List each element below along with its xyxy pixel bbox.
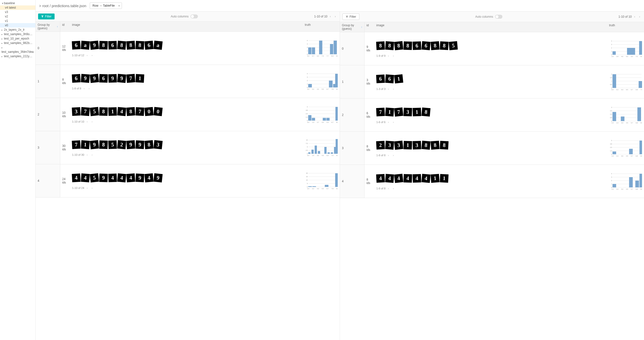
digit-thumbnail[interactable]: 7 (376, 108, 385, 116)
digit-thumbnail[interactable]: 4 (412, 174, 421, 183)
prev-page-icon[interactable]: ‹ (85, 120, 89, 124)
digit-thumbnail[interactable]: 7 (81, 107, 90, 116)
digit-thumbnail[interactable]: 4 (394, 174, 403, 183)
digit-thumbnail[interactable]: 8 (99, 41, 108, 49)
digit-thumbnail[interactable]: 4 (126, 173, 135, 182)
next-page-icon[interactable]: › (87, 86, 91, 90)
tree-item[interactable]: ▸test_samples_982bhhip (0, 41, 36, 45)
prev-page-icon[interactable]: ‹ (328, 14, 332, 18)
digit-thumbnail[interactable]: 9 (90, 140, 99, 149)
digit-thumbnail[interactable]: 3 (403, 108, 412, 116)
digit-thumbnail[interactable]: 6 (108, 41, 117, 49)
digit-thumbnail[interactable]: 9 (99, 173, 108, 182)
col-header-truth[interactable]: truth (607, 22, 644, 32)
next-page-icon[interactable]: › (90, 186, 94, 190)
digit-thumbnail[interactable]: 8 (99, 107, 108, 116)
digit-thumbnail[interactable]: 1 (431, 174, 440, 183)
tree-item[interactable]: ▸test_samples_3h9o3dsk (0, 32, 36, 36)
digit-thumbnail[interactable]: a (81, 41, 90, 50)
digit-thumbnail[interactable]: 2 (117, 140, 126, 149)
digit-thumbnail[interactable]: 5 (449, 41, 458, 50)
digit-thumbnail[interactable]: 0 (144, 107, 154, 116)
toggle-switch[interactable] (495, 15, 502, 19)
digit-thumbnail[interactable]: 1 (108, 107, 117, 116)
digit-thumbnail[interactable]: 9 (136, 173, 144, 182)
filter-button[interactable]: Filter (342, 13, 359, 20)
prev-page-icon[interactable]: ‹ (386, 153, 390, 157)
tree-item[interactable]: ▸test_samples_222yogf6 (0, 54, 36, 58)
digit-thumbnail[interactable]: 0 (154, 107, 162, 116)
tree-item[interactable]: v1 (0, 19, 36, 23)
row-type-selector[interactable]: Row → TableFile (90, 2, 122, 9)
tree-item[interactable]: ▸ (0, 45, 36, 50)
prev-page-icon[interactable]: ‹ (386, 186, 390, 190)
next-page-icon[interactable]: › (391, 87, 395, 91)
prev-page-icon[interactable]: ‹ (85, 153, 89, 157)
col-header-image[interactable]: image (70, 22, 303, 31)
tree-item[interactable]: test_samples_3fdm7dea (0, 50, 36, 54)
digit-thumbnail[interactable]: 8 (440, 141, 448, 150)
digit-thumbnail[interactable]: 4 (376, 174, 385, 183)
next-page-icon[interactable]: › (391, 54, 395, 58)
digit-thumbnail[interactable]: 7 (394, 107, 403, 116)
digit-thumbnail[interactable]: 9 (117, 74, 126, 83)
digit-thumbnail[interactable]: 5 (108, 140, 117, 149)
digit-thumbnail[interactable]: 8 (431, 141, 440, 150)
tree-item[interactable]: v2 (0, 14, 36, 19)
digit-thumbnail[interactable]: 1 (394, 74, 403, 83)
digit-thumbnail[interactable]: 8 (117, 41, 126, 50)
digit-thumbnail[interactable]: 8 (126, 41, 135, 50)
col-header-id[interactable]: id (60, 22, 70, 31)
col-header-id[interactable]: id (364, 22, 374, 32)
tree-item[interactable]: ▸test_10_per_epoch (0, 36, 36, 41)
next-page-icon[interactable]: › (638, 15, 642, 19)
digit-thumbnail[interactable]: 1 (440, 174, 448, 183)
digit-thumbnail[interactable]: 7 (72, 140, 80, 149)
digit-thumbnail[interactable]: 8 (422, 108, 431, 117)
digit-thumbnail[interactable]: 4 (422, 174, 431, 183)
digit-thumbnail[interactable]: 3 (394, 140, 403, 150)
digit-thumbnail[interactable]: 9 (136, 140, 144, 149)
next-page-icon[interactable]: › (391, 120, 395, 124)
filter-button[interactable]: Filter (38, 13, 54, 19)
digit-thumbnail[interactable]: 4 (81, 173, 90, 182)
next-page-icon[interactable]: › (90, 53, 94, 57)
col-header-truth[interactable]: truth (303, 22, 340, 31)
digit-thumbnail[interactable]: 4 (117, 107, 126, 116)
digit-thumbnail[interactable]: 6 (99, 74, 108, 82)
digit-thumbnail[interactable]: 3 (385, 141, 394, 150)
digit-thumbnail[interactable]: 8 (376, 41, 385, 50)
digit-thumbnail[interactable]: 3 (154, 140, 162, 149)
digit-thumbnail[interactable]: 5 (90, 107, 99, 116)
digit-thumbnail[interactable]: 6 (72, 74, 80, 83)
digit-thumbnail[interactable]: 9 (126, 140, 135, 149)
tree-item[interactable]: v0 (0, 23, 36, 27)
tree-item[interactable]: v4 latest (0, 5, 36, 10)
toggle-switch[interactable] (190, 14, 198, 18)
digit-thumbnail[interactable]: 6 (376, 74, 385, 83)
digit-thumbnail[interactable]: 8 (136, 41, 144, 50)
digit-thumbnail[interactable]: 4 (72, 173, 80, 182)
prev-page-icon[interactable]: ‹ (633, 15, 637, 19)
prev-page-icon[interactable]: ‹ (82, 86, 86, 90)
tree-item[interactable]: ▸2x_layers_2x_lr (0, 27, 36, 32)
digit-thumbnail[interactable]: 9 (90, 74, 99, 83)
digit-thumbnail[interactable]: 3 (412, 141, 421, 149)
next-page-icon[interactable]: › (90, 120, 94, 124)
digit-thumbnail[interactable]: 1 (385, 108, 394, 116)
digit-thumbnail[interactable]: 8 (403, 41, 412, 50)
digit-thumbnail[interactable]: 5 (90, 173, 99, 182)
prev-page-icon[interactable]: ‹ (386, 120, 390, 124)
digit-thumbnail[interactable]: 6 (385, 74, 394, 83)
digit-thumbnail[interactable]: 7 (136, 107, 144, 116)
digit-thumbnail[interactable]: 8 (126, 107, 135, 116)
digit-thumbnail[interactable]: 8 (385, 41, 394, 50)
next-page-icon[interactable]: › (391, 186, 395, 190)
digit-thumbnail[interactable]: 8 (440, 41, 448, 50)
digit-thumbnail[interactable]: 1 (412, 108, 421, 116)
digit-thumbnail[interactable]: 1 (81, 140, 90, 149)
prev-page-icon[interactable]: ‹ (85, 53, 89, 57)
tree-root[interactable]: ▼baseline (0, 1, 36, 5)
digit-thumbnail[interactable]: 7 (126, 74, 135, 83)
digit-thumbnail[interactable]: 6 (412, 41, 421, 50)
